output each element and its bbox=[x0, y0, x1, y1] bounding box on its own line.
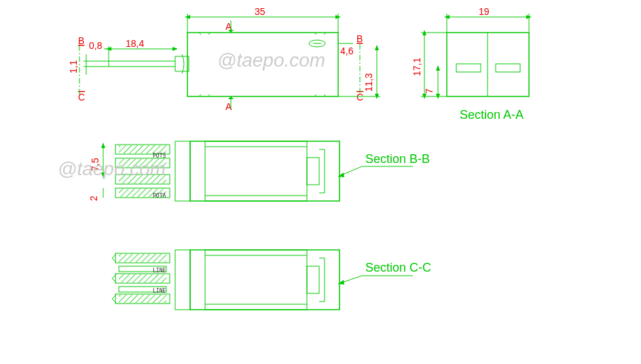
dim-4-6: 4,6 bbox=[340, 46, 354, 56]
svg-rect-4 bbox=[175, 56, 189, 71]
dim-18-4: 18,4 bbox=[126, 38, 144, 49]
pin-line1: LINE bbox=[153, 268, 166, 274]
svg-rect-39 bbox=[175, 141, 190, 201]
svg-rect-50 bbox=[190, 250, 340, 310]
section-cc: LINE LINE Section C-C bbox=[112, 250, 431, 310]
marker-c-right: C bbox=[356, 92, 363, 103]
svg-rect-62 bbox=[119, 295, 166, 303]
svg-rect-55 bbox=[175, 250, 190, 310]
svg-rect-59 bbox=[119, 274, 166, 283]
dim-1-1: 1,1 bbox=[68, 60, 79, 73]
section-aa-label: Section A-A bbox=[460, 108, 524, 122]
dim-19: 19 bbox=[479, 6, 490, 17]
svg-rect-25 bbox=[456, 64, 481, 72]
svg-rect-51 bbox=[205, 250, 307, 310]
dim-17-1: 17,1 bbox=[411, 58, 422, 76]
dim-7: 7 bbox=[424, 88, 435, 94]
svg-rect-38 bbox=[307, 158, 319, 185]
dim-0-8: 0,8 bbox=[89, 40, 103, 51]
dim-11-3: 11,3 bbox=[363, 73, 374, 92]
marker-b-right: B bbox=[356, 33, 363, 44]
watermark-2: @taepo.com bbox=[58, 158, 166, 179]
svg-rect-56 bbox=[119, 254, 166, 262]
section-bb-label: Section B-B bbox=[365, 152, 430, 166]
svg-rect-34 bbox=[190, 141, 340, 201]
section-aa: 19 17,1 7 Section A-A bbox=[411, 6, 529, 122]
dim-35: 35 bbox=[255, 6, 265, 17]
marker-b-left: B bbox=[78, 35, 84, 46]
dim-2: 2 bbox=[88, 196, 99, 201]
pin-pota: POTA bbox=[153, 193, 166, 199]
svg-rect-26 bbox=[496, 64, 520, 72]
section-cc-label: Section C-C bbox=[365, 261, 431, 274]
watermark-1: @taepo.com bbox=[217, 50, 325, 71]
svg-rect-35 bbox=[205, 141, 307, 201]
svg-rect-54 bbox=[307, 266, 319, 293]
pin-line2: LINE bbox=[153, 288, 166, 294]
